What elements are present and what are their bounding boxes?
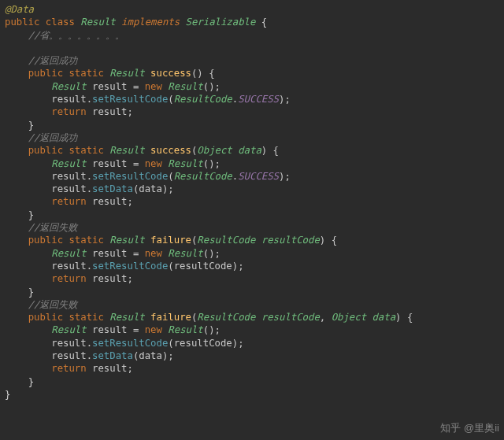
punct: , (320, 312, 332, 323)
punct: (); (203, 248, 220, 259)
brace: } (28, 376, 34, 387)
code-text: (resultCode); (168, 261, 243, 272)
keyword-public: public (5, 17, 39, 28)
type: ResultCode (197, 312, 255, 323)
code-text: result; (87, 363, 133, 374)
type: Result (109, 145, 144, 156)
keyword: static (69, 68, 103, 79)
type: ResultCode (174, 94, 232, 105)
type: Result (162, 158, 203, 169)
method-name: success (150, 145, 191, 156)
punct: ) { (261, 145, 279, 156)
method-call: setResultCode (92, 261, 168, 272)
param: data (232, 145, 261, 156)
keyword: static (69, 235, 103, 246)
code-text: result. (51, 171, 92, 182)
punct: (); (203, 81, 220, 92)
comment: //返回失败 (28, 222, 78, 233)
constant: SUCCESS (238, 171, 279, 182)
type: Result (162, 248, 203, 259)
punct: ); (279, 94, 291, 105)
type: Result (109, 68, 144, 79)
method-call: setResultCode (92, 94, 168, 105)
punct: () { (191, 68, 215, 79)
code-text: result. (51, 94, 92, 105)
type: Result (51, 324, 86, 335)
code-text: (data); (133, 183, 174, 194)
code-text: (resultCode); (168, 338, 243, 349)
brace: } (28, 120, 34, 131)
punct: ( (168, 94, 173, 105)
code-text: result. (51, 350, 92, 361)
keyword: new (145, 324, 162, 335)
watermark-text: 知乎 @里奥ii (440, 421, 499, 435)
keyword: static (69, 312, 103, 323)
brace: } (28, 287, 34, 298)
keyword: new (145, 158, 162, 169)
type: Result (51, 158, 86, 169)
punct: ) { (320, 235, 337, 246)
method-name: failure (150, 235, 191, 246)
method-name: success (150, 68, 191, 79)
method-call: setResultCode (92, 171, 168, 182)
method-call: setData (92, 350, 133, 361)
keyword: new (145, 81, 162, 92)
type: Result (162, 81, 203, 92)
keyword: return (51, 196, 86, 207)
brace: } (28, 209, 34, 220)
keyword: public (28, 145, 63, 156)
keyword-implements: implements (121, 17, 180, 28)
type: Result (109, 235, 144, 246)
code-text: result = (87, 81, 145, 92)
code-text: result = (87, 158, 145, 169)
method-call: setResultCode (92, 338, 168, 349)
punct: ( (168, 171, 173, 182)
param: data (366, 312, 395, 323)
keyword: return (51, 363, 86, 374)
param: resultCode (255, 235, 319, 246)
keyword: public (28, 68, 63, 79)
comment: //省。。。。。。。。 (28, 30, 125, 41)
method-name: failure (150, 312, 191, 323)
keyword: return (51, 273, 86, 284)
type: Object (332, 312, 366, 323)
brace: } (5, 389, 10, 400)
method-call: setData (92, 183, 133, 194)
type: Result (109, 312, 144, 323)
code-text: result. (51, 261, 92, 272)
code-text: result; (87, 196, 133, 207)
type: Result (162, 324, 203, 335)
param: resultCode (255, 312, 319, 323)
code-text: result; (87, 106, 133, 117)
brace: { (261, 17, 267, 28)
code-text: result. (51, 338, 92, 349)
keyword: new (145, 248, 162, 259)
type: ResultCode (197, 235, 255, 246)
code-text: result = (87, 324, 145, 335)
punct: (); (203, 158, 220, 169)
constant: SUCCESS (238, 94, 279, 105)
code-text: result; (87, 273, 133, 284)
type: Object (197, 145, 232, 156)
type: Result (51, 81, 86, 92)
comment: //返回失败 (28, 299, 78, 310)
punct: ) { (395, 312, 413, 323)
keyword: public (28, 235, 63, 246)
punct: ); (279, 171, 291, 182)
keyword: static (69, 145, 103, 156)
keyword: return (51, 106, 86, 117)
keyword-class: class (46, 17, 75, 28)
code-text: (data); (133, 350, 174, 361)
type-result: Result (80, 17, 115, 28)
keyword: public (28, 312, 63, 323)
comment: //返回成功 (28, 55, 78, 66)
code-text: result. (51, 183, 92, 194)
type-serializable: Serializable (186, 17, 256, 28)
comment: //返回成功 (28, 132, 78, 143)
code-text: result = (87, 248, 145, 259)
annotation: @Data (5, 4, 34, 15)
type: Result (51, 248, 86, 259)
type: ResultCode (174, 171, 232, 182)
code-block: @Data public class Result implements Ser… (0, 0, 504, 401)
punct: (); (203, 324, 220, 335)
